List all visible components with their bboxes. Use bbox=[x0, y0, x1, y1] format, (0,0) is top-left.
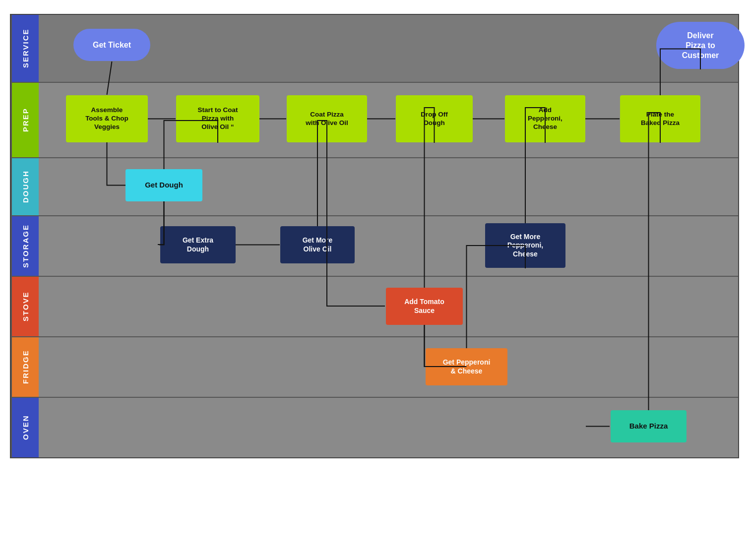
lane-dough-content: Get Dough bbox=[39, 158, 738, 215]
lane-service-content: Get Ticket DeliverPizza toCustomer bbox=[39, 15, 738, 82]
lane-storage-label: STORAGE bbox=[11, 216, 39, 276]
node-drop-off-dough: Drop OffDough bbox=[396, 95, 473, 142]
lane-fridge-label: FRIDGE bbox=[11, 337, 39, 397]
node-get-more-olive-oil: Get MoreOlive Oil bbox=[280, 226, 355, 263]
diagram: SERVICE Get Ticket DeliverPizza toCustom… bbox=[10, 14, 739, 458]
node-get-extra-dough: Get ExtraDough bbox=[160, 226, 236, 263]
lane-service-label: SERVICE bbox=[11, 15, 39, 82]
node-get-dough: Get Dough bbox=[125, 169, 202, 201]
page-container: SERVICE Get Ticket DeliverPizza toCustom… bbox=[0, 0, 749, 463]
lane-fridge: FRIDGE Get Pepperoni& Cheese bbox=[11, 337, 738, 398]
node-add-tomato-sauce: Add TomatoSauce bbox=[386, 288, 463, 325]
lane-oven-content: Bake Pizza bbox=[39, 398, 738, 457]
node-get-pepperoni-cheese: Get Pepperoni& Cheese bbox=[426, 348, 507, 385]
lane-stove-content: Add TomatoSauce bbox=[39, 277, 738, 336]
lane-prep-content: AssembleTools & ChopVeggies Start to Coa… bbox=[39, 83, 738, 157]
node-coat-pizza: Coat Pizzawith Olive Oil bbox=[287, 95, 367, 142]
node-get-more-pepperoni: Get MorePepperoni,Cheese bbox=[485, 223, 565, 268]
lane-dough: DOUGH Get Dough bbox=[11, 158, 738, 216]
lane-stove: STOVE Add TomatoSauce bbox=[11, 277, 738, 337]
node-start-coat: Start to CoatPizza withOlive Oil “ bbox=[176, 95, 259, 142]
node-get-ticket: Get Ticket bbox=[73, 29, 150, 61]
lane-service: SERVICE Get Ticket DeliverPizza toCustom… bbox=[11, 15, 738, 83]
node-add-pepperoni-cheese: AddPepperoni,Cheese bbox=[505, 95, 585, 142]
node-assemble-tools: AssembleTools & ChopVeggies bbox=[66, 95, 148, 142]
lane-oven: OVEN Bake Pizza bbox=[11, 398, 738, 457]
lane-storage-content: Get ExtraDough Get MoreOlive Oil Get Mor… bbox=[39, 216, 738, 276]
lane-stove-label: STOVE bbox=[11, 277, 39, 336]
lane-dough-label: DOUGH bbox=[11, 158, 39, 215]
lane-fridge-content: Get Pepperoni& Cheese bbox=[39, 337, 738, 397]
node-bake-pizza: Bake Pizza bbox=[611, 410, 687, 442]
node-deliver-pizza: DeliverPizza toCustomer bbox=[656, 22, 745, 69]
lane-oven-label: OVEN bbox=[11, 398, 39, 457]
lane-prep-label: PREP bbox=[11, 83, 39, 157]
lane-storage: STORAGE Get ExtraDough Get MoreOlive Oil… bbox=[11, 216, 738, 277]
node-plate-baked-pizza: Plate theBaked Pizza bbox=[620, 95, 700, 142]
lane-prep: PREP AssembleTools & ChopVeggies Start t… bbox=[11, 83, 738, 158]
